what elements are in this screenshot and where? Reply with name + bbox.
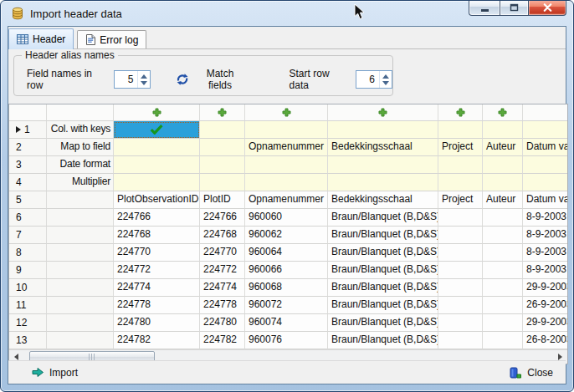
- grid-cell[interactable]: Project: [438, 191, 483, 209]
- grid-cell[interactable]: [200, 156, 245, 174]
- grid-cell[interactable]: Braun/Blanquet (B,D&S): [328, 332, 438, 349]
- add-column-button[interactable]: [245, 104, 328, 121]
- grid-cell[interactable]: [438, 262, 483, 279]
- add-column-button[interactable]: [200, 104, 245, 121]
- grid-cell[interactable]: Braun/Blanquet (B,D&S): [328, 314, 438, 332]
- grid-cell[interactable]: [438, 279, 483, 297]
- close-button[interactable]: Close: [510, 367, 553, 379]
- grid-cell[interactable]: [245, 121, 328, 139]
- grid-cell[interactable]: [523, 174, 568, 191]
- row-number[interactable]: 6: [9, 209, 47, 227]
- maximize-button[interactable]: [500, 0, 529, 16]
- grid-cell[interactable]: Braun/Blanquet (B,D&S): [328, 279, 438, 297]
- grid-cell[interactable]: 960074: [245, 314, 328, 332]
- grid-cell[interactable]: Braun/Blanquet (B,D&S): [328, 209, 438, 227]
- tab-error-log[interactable]: Error log: [77, 30, 146, 48]
- grid-cell[interactable]: [483, 314, 523, 332]
- grid-cell[interactable]: Opnamenummer: [245, 191, 328, 209]
- grid-cell[interactable]: Auteur: [483, 139, 523, 156]
- grid-cell[interactable]: 29-9-2003: [523, 314, 568, 332]
- grid-cell[interactable]: 8-9-2003: [523, 244, 568, 262]
- row-number[interactable]: 7: [9, 227, 47, 244]
- row-number[interactable]: 3: [9, 156, 47, 174]
- grid-cell[interactable]: [483, 279, 523, 297]
- grid-cell[interactable]: 8-9-2003: [523, 209, 568, 227]
- grid-cell[interactable]: [483, 174, 523, 191]
- row-number[interactable]: 13: [9, 332, 47, 349]
- grid-cell[interactable]: Braun/Blanquet (B,D&S): [328, 262, 438, 279]
- grid-cell[interactable]: [483, 209, 523, 227]
- start-row-data-spinner[interactable]: 6: [356, 70, 392, 89]
- grid-cell[interactable]: 224770: [200, 244, 245, 262]
- grid-cell[interactable]: Project: [438, 139, 483, 156]
- add-column-button[interactable]: [483, 104, 523, 121]
- grid-cell[interactable]: [438, 244, 483, 262]
- grid-cell[interactable]: [328, 174, 438, 191]
- grid-cell[interactable]: 26-9-2003: [523, 297, 568, 314]
- grid-cell[interactable]: [438, 209, 483, 227]
- grid-cell[interactable]: [483, 156, 523, 174]
- grid-cell[interactable]: Braun/Blanquet (B,D&S): [328, 244, 438, 262]
- grid-cell[interactable]: [328, 121, 438, 139]
- grid-cell[interactable]: Bedekkingsschaal: [328, 191, 438, 209]
- add-column-button[interactable]: [328, 104, 438, 121]
- grid-cell[interactable]: 224772: [200, 262, 245, 279]
- grid-cell[interactable]: Bedekkingsschaal: [328, 139, 438, 156]
- title-bar[interactable]: Import header data: [1, 1, 573, 26]
- field-names-in-row-spinner[interactable]: 5: [114, 70, 151, 89]
- grid-cell[interactable]: 224772: [114, 262, 200, 279]
- grid-cell[interactable]: PlotID: [200, 191, 245, 209]
- grid-cell[interactable]: 960076: [245, 332, 328, 349]
- row-number[interactable]: 5: [9, 191, 47, 209]
- grid-cell[interactable]: 224768: [114, 227, 200, 244]
- row-number[interactable]: 2: [9, 139, 47, 156]
- grid-cell[interactable]: [438, 121, 483, 139]
- row-number[interactable]: 4: [9, 174, 47, 191]
- grid-cell[interactable]: 224768: [200, 227, 245, 244]
- grid-cell[interactable]: 224774: [114, 279, 200, 297]
- grid-cell[interactable]: 224780: [200, 314, 245, 332]
- grid-cell[interactable]: 29-9-2003: [523, 279, 568, 297]
- grid-cell[interactable]: [483, 227, 523, 244]
- grid-cell[interactable]: 8-9-2003: [523, 227, 568, 244]
- row-number[interactable]: 1: [9, 121, 47, 139]
- grid-cell[interactable]: [200, 174, 245, 191]
- grid-cell[interactable]: Datum van: [523, 139, 568, 156]
- import-button[interactable]: Import: [32, 367, 78, 379]
- grid-cell[interactable]: [114, 156, 200, 174]
- row-number[interactable]: 10: [9, 279, 47, 297]
- grid-cell[interactable]: 960062: [245, 227, 328, 244]
- grid-cell[interactable]: 26-8-2003: [523, 332, 568, 349]
- grid-cell[interactable]: 960060: [245, 209, 328, 227]
- grid-cell[interactable]: Datum van: [523, 191, 568, 209]
- grid-cell[interactable]: 224782: [114, 332, 200, 349]
- grid-cell[interactable]: 8-9-2003: [523, 262, 568, 279]
- grid-cell[interactable]: 224774: [200, 279, 245, 297]
- grid-cell[interactable]: [114, 174, 200, 191]
- grid-cell[interactable]: [438, 227, 483, 244]
- grid-cell[interactable]: Braun/Blanquet (B,D&S): [328, 297, 438, 314]
- grid-cell[interactable]: [483, 121, 523, 139]
- grid-cell[interactable]: Opnamenummer: [245, 139, 328, 156]
- match-fields-button[interactable]: Match fields: [176, 68, 245, 91]
- spin-up-icon[interactable]: [141, 74, 147, 79]
- grid-cell[interactable]: 224778: [114, 297, 200, 314]
- add-column-button[interactable]: [438, 104, 483, 121]
- grid-cell[interactable]: [483, 332, 523, 349]
- grid-cell[interactable]: [438, 332, 483, 349]
- row-number[interactable]: 12: [9, 314, 47, 332]
- spin-up-icon[interactable]: [382, 74, 389, 79]
- grid-cell[interactable]: [438, 314, 483, 332]
- grid-cell[interactable]: Auteur: [483, 191, 523, 209]
- grid-cell[interactable]: [245, 156, 328, 174]
- grid-cell[interactable]: [200, 121, 245, 139]
- grid-cell[interactable]: 960064: [245, 244, 328, 262]
- spin-down-icon[interactable]: [382, 81, 389, 85]
- row-number[interactable]: 11: [9, 297, 47, 314]
- grid-cell[interactable]: Braun/Blanquet (B,D&S): [328, 227, 438, 244]
- grid-cell[interactable]: [114, 121, 200, 139]
- grid-cell[interactable]: 224778: [200, 297, 245, 314]
- grid-cell[interactable]: 960072: [245, 297, 328, 314]
- grid-cell[interactable]: [114, 139, 200, 156]
- grid-cell[interactable]: [483, 297, 523, 314]
